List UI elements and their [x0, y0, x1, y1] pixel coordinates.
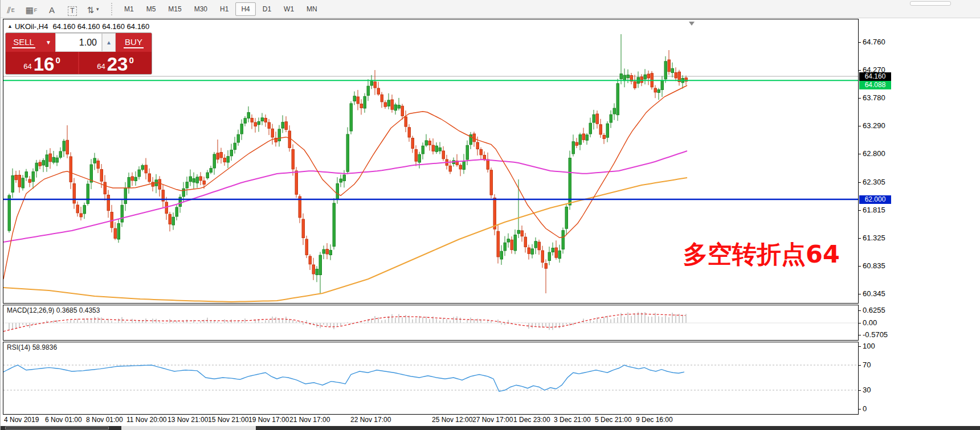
equidistant-channel-icon[interactable]: ⫽E	[2, 2, 19, 16]
trade-panel-price-row: 64160 64230	[6, 52, 152, 74]
time-axis-label: 13 Nov 21:00	[168, 416, 208, 424]
time-axis-label: 9 Dec 16:00	[636, 416, 673, 424]
time-axis-label: 25 Nov 12:00	[432, 416, 472, 424]
sell-price-button[interactable]: 64160	[6, 52, 78, 74]
timeframe-button-m1[interactable]: M1	[119, 2, 140, 16]
timeframe-button-m15[interactable]: M15	[162, 2, 187, 16]
timeframe-button-h4[interactable]: H4	[235, 2, 255, 16]
time-axis-label: 3 Dec 21:00	[554, 416, 591, 424]
arrow-tools-icon[interactable]: ⇅▾	[84, 2, 101, 16]
main-toolbar: ⫽E▦FAT⇅▾ M1M5M15M30H1H4D1W1MN	[1, 0, 980, 18]
timeframe-button-mn[interactable]: MN	[301, 2, 323, 16]
trade-panel-top-row: SELL ▼ 1.00 ▲ BUY	[6, 33, 152, 52]
timeframe-button-h1[interactable]: H1	[214, 2, 234, 16]
symbol-header: ▲UKOil-,H464.160 64.160 64.160 64.160	[7, 22, 149, 31]
price-axis-label: 64.760	[863, 38, 885, 46]
macd-name: MACD(12,26,9)	[7, 306, 54, 314]
timeframe-button-d1[interactable]: D1	[257, 2, 277, 16]
time-axis-label: 8 Nov 01:00	[86, 416, 123, 424]
rsi-axis-tick	[859, 346, 861, 347]
time-axis-label: 21 Nov 17:00	[289, 416, 330, 424]
symbol-title: UKOil-,H4	[15, 22, 48, 31]
price-axis-tick	[859, 182, 861, 183]
volume-input[interactable]: 1.00	[55, 33, 102, 52]
macd-canvas[interactable]	[3, 305, 858, 340]
macd-values: 0.3685 0.4353	[56, 306, 100, 314]
rsi-value: 58.9836	[32, 343, 57, 351]
time-axis-label: 6 Nov 01:00	[45, 416, 82, 424]
rsi-axis-label: 70	[863, 361, 871, 369]
status-bar	[1, 426, 980, 430]
macd-axis-label: 0.00	[863, 318, 877, 327]
macd-axis-tick	[859, 323, 861, 323]
timeframe-toolbar: M1M5M15M30H1H4D1W1MN	[118, 2, 324, 16]
macd-axis-tick	[859, 310, 861, 311]
time-axis-label: 22 Nov 17:00	[350, 416, 391, 424]
time-axis-label: 4 Nov 2019	[4, 416, 39, 424]
time-axis-label: 15 Nov 21:00	[208, 416, 248, 424]
text-label-icon[interactable]: T	[64, 2, 81, 16]
taskbar-fragment	[5, 427, 109, 429]
price-axis-label: 63.290	[863, 121, 885, 130]
buy-price-big: 23	[107, 56, 128, 73]
chart-annotation-text[interactable]: 多空转折点64	[683, 238, 840, 271]
buy-price-prefix: 64	[97, 62, 105, 71]
price-axis-tick	[859, 154, 861, 154]
volume-decrease-button[interactable]: ▼	[42, 33, 55, 52]
one-click-trade-panel: SELL ▼ 1.00 ▲ BUY 64160 64230	[5, 32, 152, 75]
rsi-axis-tick	[859, 365, 861, 366]
time-axis-label: 5 Dec 21:00	[595, 416, 632, 424]
text-icon[interactable]: A	[43, 2, 60, 16]
collapse-icon[interactable]: ▲	[7, 23, 13, 29]
price-axis-tick	[859, 98, 861, 99]
timeframe-button-m30[interactable]: M30	[189, 2, 213, 16]
rsi-label: RSI(14) 58.9836	[7, 343, 57, 351]
price-axis-label: 60.835	[863, 261, 885, 270]
volume-increase-button[interactable]: ▲	[102, 33, 116, 52]
rsi-indicator-panel[interactable]: RSI(14) 58.9836	[3, 342, 859, 415]
toolbar-scroll-fragment	[910, 1, 951, 6]
price-axis-tick	[859, 70, 861, 71]
price-axis-label: 60.345	[863, 289, 885, 298]
time-axis-label: 19 Nov 17:00	[248, 416, 289, 424]
price-axis-label: 62.305	[863, 178, 885, 186]
price-axis-tick	[859, 210, 861, 211]
time-axis-label: 1 Dec 23:00	[513, 416, 550, 424]
rsi-axis-label: 30	[863, 386, 871, 394]
price-axis-label: 61.815	[863, 206, 885, 214]
price-axis-tick	[859, 42, 861, 43]
drawing-tools-group: ⫽E▦FAT⇅▾	[1, 2, 103, 16]
macd-indicator-panel[interactable]: MACD(12,26,9) 0.3685 0.4353	[3, 305, 859, 341]
macd-axis-tick	[859, 335, 861, 335]
timeframe-button-m5[interactable]: M5	[141, 2, 162, 16]
time-axis[interactable]: 4 Nov 20196 Nov 01:008 Nov 01:0011 Nov 2…	[3, 415, 859, 425]
taskbar-fragment	[121, 426, 256, 430]
timeframe-button-w1[interactable]: W1	[278, 2, 300, 16]
time-axis-label: 11 Nov 20:00	[126, 416, 167, 424]
time-axis-label: 27 Nov 17:00	[472, 416, 513, 424]
macd-axis-label: 0.6255	[863, 306, 885, 314]
buy-price-button[interactable]: 64230	[79, 52, 152, 74]
rsi-axis-tick	[859, 390, 861, 391]
price-axis-tick	[859, 238, 861, 239]
price-axis-tick	[859, 294, 861, 294]
rsi-axis-tick	[859, 409, 861, 409]
sell-price-big: 16	[34, 56, 55, 73]
buy-button[interactable]: BUY	[116, 33, 152, 52]
rsi-name: RSI(14)	[7, 343, 30, 351]
toolbar-separator	[111, 3, 112, 15]
buy-price-sup: 0	[129, 55, 133, 65]
macd-label: MACD(12,26,9) 0.3685 0.4353	[7, 306, 100, 314]
fibonacci-retracement-icon[interactable]: ▦F	[23, 2, 40, 16]
price-axis-tick	[859, 266, 861, 267]
trading-terminal-window: ⫽E▦FAT⇅▾ M1M5M15M30H1H4D1W1MN ▲UKOil-,H4…	[0, 0, 980, 430]
buy-button-label: BUY	[124, 36, 144, 48]
sell-price-sup: 0	[55, 55, 60, 65]
price-axis-label: 63.780	[863, 93, 885, 102]
rsi-axis-label: 100	[863, 342, 875, 350]
current-ohlc-quotes: 64.160 64.160 64.160 64.160	[52, 22, 149, 31]
last-bar-marker-icon	[689, 22, 695, 26]
green-level-badge: 64.088	[859, 81, 891, 89]
rsi-canvas[interactable]	[3, 342, 858, 414]
sell-button[interactable]: SELL	[6, 33, 42, 52]
